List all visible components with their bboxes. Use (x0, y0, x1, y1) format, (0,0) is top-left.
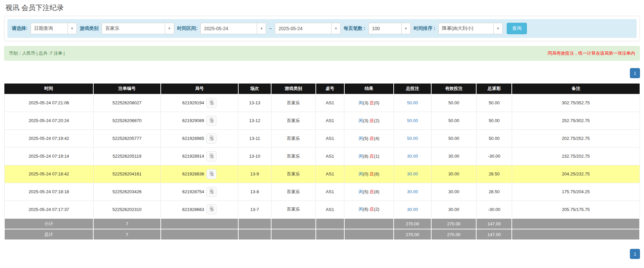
video-replay-button[interactable] (206, 133, 216, 144)
cell-payout: 28.50 (476, 165, 512, 183)
date-to-value: 2025-05-24 (275, 23, 331, 34)
summary-bar: 币别：人民币 | 总共 :7 注单 | 同局有效投注，统一计算在该局第一张注单内 (4, 46, 640, 61)
date-to-select[interactable]: 2025-05-24 ▼ (275, 23, 341, 34)
cell-session: 13-8 (238, 183, 271, 201)
cell-game-type: 百家乐 (271, 112, 316, 129)
bet-records-table: 时间 注单编号 局号 场次 游戏类别 桌号 结果 总投注 有效投注 总派彩 备注… (4, 84, 640, 240)
total-bet-link[interactable]: 30.00 (407, 154, 418, 159)
cell-round-id: 621929194 (161, 94, 238, 112)
player-result-label: 闲 (359, 154, 363, 159)
player-result-count: (0) (363, 171, 368, 176)
cell-game-type: 百家乐 (271, 201, 316, 218)
cell-bet-id: 522526202310 (93, 201, 161, 218)
video-replay-button[interactable] (206, 98, 216, 108)
page-button-1[interactable]: 1 (630, 68, 640, 78)
cell-result: 闲(6) 庄(2) (344, 201, 394, 218)
video-file-icon (209, 100, 214, 106)
sort-order-value: 降幂(由大到小) (439, 23, 493, 34)
banker-result-label: 庄 (369, 171, 374, 176)
total-bet-link[interactable]: 30.00 (407, 207, 418, 212)
cell-payout: 50.00 (476, 112, 512, 129)
cell-table-no: AS1 (316, 112, 344, 129)
subtotal-valid-bet: 270.00 (431, 218, 476, 229)
header-bet-id: 注单编号 (93, 84, 161, 94)
page-button-1[interactable]: 1 (630, 249, 640, 259)
header-payout: 总派彩 (476, 84, 512, 94)
cell-result: 闲(5) 庄(8) (344, 183, 394, 201)
player-result-count: (6) (363, 207, 368, 212)
chevron-down-icon: ▼ (165, 23, 174, 34)
player-result-count: (3) (363, 118, 368, 123)
total-total-bet: 270.00 (394, 229, 431, 240)
game-type-select[interactable]: 百家乐 ▼ (102, 23, 174, 34)
round-id-value: 621928914 (182, 154, 204, 159)
round-id-value: 621929089 (182, 118, 204, 123)
grand-total-row: 总计 7 270.00 270.00 147.00 (4, 229, 640, 240)
total-bet-link[interactable]: 30.00 (407, 171, 418, 176)
banker-result-count: (0) (374, 100, 379, 105)
cell-total-bet: 50.00 (394, 112, 431, 129)
total-payout: 147.00 (476, 229, 512, 240)
cell-remark: 204.25/232.75 (512, 165, 640, 183)
search-button[interactable]: 查询 (507, 23, 527, 34)
total-bet-link[interactable]: 50.00 (407, 136, 418, 141)
table-row: 2025-05-24 07:18:18 522526203426 6219287… (4, 183, 640, 201)
cell-round-id: 621928663 (161, 201, 238, 218)
table-footer: 小计 7 270.00 270.00 147.00 总计 7 270.00 27… (4, 218, 640, 240)
page-size-select[interactable]: 100 ▼ (368, 23, 411, 34)
cell-remark: 175.75/204.25 (512, 183, 640, 201)
cell-session: 13-7 (238, 201, 271, 218)
round-id-value: 621928663 (182, 207, 204, 212)
total-bet-link[interactable]: 50.00 (407, 118, 418, 123)
video-replay-button[interactable] (206, 204, 216, 214)
player-result-count: (8) (363, 154, 368, 159)
total-valid-bet: 270.00 (431, 229, 476, 240)
banker-result-label: 庄 (369, 154, 374, 159)
banker-result-count: (1) (374, 154, 379, 159)
filter-panel: 请选择: 日期查询 ▼ 游戏类别 百家乐 ▼ 时间区间: 2025-05-24 … (4, 16, 640, 41)
cell-total-bet: 50.00 (394, 94, 431, 112)
cell-table-no: AS1 (316, 129, 344, 147)
query-type-value: 日期查询 (31, 23, 67, 34)
cell-table-no: AS1 (316, 183, 344, 201)
cell-round-id: 621928985 (161, 129, 238, 147)
cell-payout: -30.00 (476, 147, 512, 165)
date-from-select[interactable]: 2025-05-24 ▼ (200, 23, 266, 34)
player-result-label: 闲 (359, 189, 363, 194)
total-bet-link[interactable]: 30.00 (407, 189, 418, 194)
chevron-down-icon: ▼ (257, 23, 266, 34)
header-round-id: 局号 (161, 84, 238, 94)
cell-result: 闲(3) 庄(2) (344, 112, 394, 129)
table-body: 2025-05-24 07:21:06 522526208027 6219291… (4, 94, 640, 218)
video-replay-button[interactable] (206, 151, 216, 161)
video-replay-button[interactable] (206, 187, 216, 197)
banker-result-label: 庄 (369, 100, 374, 105)
player-result-label: 闲 (359, 136, 363, 141)
sort-order-select[interactable]: 降幂(由大到小) ▼ (438, 23, 503, 34)
total-bet-link[interactable]: 50.00 (407, 100, 418, 105)
query-type-select[interactable]: 日期查询 ▼ (31, 23, 77, 34)
page-title: 视讯 会员下注纪录 (5, 3, 639, 12)
round-id-value: 621929194 (182, 100, 204, 105)
banker-result-label: 庄 (369, 118, 374, 123)
chevron-down-icon: ▼ (401, 23, 410, 34)
cell-round-id: 621928914 (161, 147, 238, 165)
table-row: 2025-05-24 07:19:42 522526205777 6219289… (4, 129, 640, 147)
video-file-icon (209, 189, 214, 195)
video-replay-button[interactable] (206, 116, 216, 126)
page-size-label: 每页笔数 : (344, 25, 365, 32)
table-row: 2025-05-24 07:19:14 522526205119 6219289… (4, 147, 640, 165)
subtotal-total-bet: 270.00 (394, 218, 431, 229)
cell-total-bet: 30.00 (394, 183, 431, 201)
subtotal-label: 小计 (4, 218, 93, 229)
cell-game-type: 百家乐 (271, 183, 316, 201)
video-file-icon (209, 153, 214, 160)
cell-game-type: 百家乐 (271, 165, 316, 183)
sort-order-label: 时间排序 : (414, 25, 436, 32)
banker-result-label: 庄 (369, 136, 374, 141)
cell-round-id: 621928836 (161, 165, 238, 183)
banker-result-count: (2) (374, 118, 379, 123)
cell-payout: -30.00 (476, 201, 512, 218)
video-replay-button[interactable] (206, 169, 216, 179)
cell-valid-bet: 50.00 (431, 129, 476, 147)
